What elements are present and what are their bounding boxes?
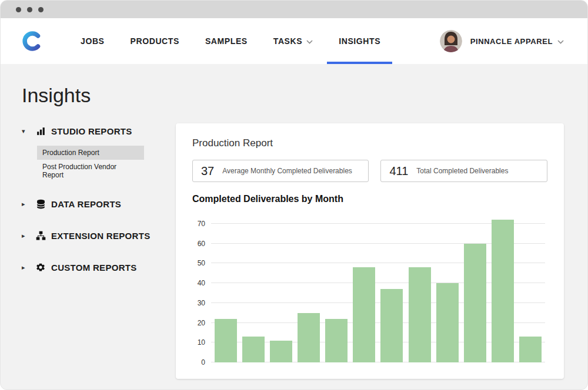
nav-item-label: INSIGHTS [339,36,380,46]
y-tick-label: 50 [198,259,205,267]
sidebar-section-label: STUDIO REPORTS [51,126,132,136]
bar [380,289,403,362]
y-tick-label: 70 [198,220,205,228]
window-control-dot[interactable] [27,7,32,12]
stat-total-completed: 411 Total Completed Deliverables [380,160,547,182]
bar-chart-icon [35,126,46,136]
sidebar-section-extension-reports[interactable]: ▸ EXTENSION REPORTS [22,228,176,243]
nav-item-insights[interactable]: INSIGHTS [339,18,380,64]
bar-chart: 010203040506070 [192,214,545,362]
y-tick-label: 30 [198,299,205,307]
y-tick-label: 40 [198,279,205,287]
stats-row: 37 Average Monthly Completed Deliverable… [192,160,547,182]
nav-item-jobs[interactable]: JOBS [81,18,105,64]
y-tick-label: 10 [198,338,205,347]
report-card: Production Report 37 Average Monthly Com… [176,123,564,379]
nav-items: JOBS PRODUCTS SAMPLES TASKS INSIGHTS [81,18,380,64]
bar [436,283,459,362]
reports-sidebar: ▾ STUDIO REPORTS Production Report Post … [22,123,176,291]
chevron-down-icon [306,36,313,46]
stat-value: 411 [389,164,408,178]
page-title: Insights [22,84,587,107]
bar [464,244,486,362]
stat-avg-monthly-completed: 37 Average Monthly Completed Deliverable… [192,160,369,182]
bar [325,319,348,362]
nav-item-label: SAMPLES [205,36,248,46]
chart-title: Completed Deliverables by Month [192,194,547,204]
sidebar-item-production-report[interactable]: Production Report [37,146,144,160]
bar [353,267,375,362]
chart-y-axis: 010203040506070 [192,214,211,362]
avatar [440,30,462,52]
bar [270,341,292,362]
account-menu[interactable]: PINNACLE APPAREL [440,30,564,52]
caret-right-icon: ▸ [22,200,30,208]
sidebar-section-custom-reports[interactable]: ▸ CUSTOM REPORTS [22,260,176,275]
caret-down-icon: ▾ [22,127,30,135]
sidebar-section-label: DATA REPORTS [51,199,121,209]
y-tick-label: 60 [198,240,205,248]
page-content: Insights ▾ STUDIO REPORTS Pr [1,64,587,379]
brand-logo[interactable] [22,31,43,52]
stat-value: 37 [201,164,214,178]
bars [211,214,545,362]
window-titlebar [1,1,587,18]
account-name: PINNACLE APPAREL [470,37,564,46]
chart-plot [211,214,545,362]
sidebar-section-studio-reports[interactable]: ▾ STUDIO REPORTS [22,123,176,139]
bar [492,220,514,362]
bar [242,337,265,362]
window-control-dot[interactable] [16,7,21,12]
caret-right-icon: ▸ [22,264,30,271]
nav-item-label: TASKS [273,36,302,46]
app-window: JOBS PRODUCTS SAMPLES TASKS INSIGHTS [0,0,588,390]
sidebar-item-post-production-vendor-report[interactable]: Post Production Vendor Report [37,160,144,182]
nav-item-label: PRODUCTS [131,36,179,46]
nav-item-tasks[interactable]: TASKS [273,18,313,64]
sitemap-icon [35,231,46,241]
report-title: Production Report [192,137,547,149]
gear-icon [35,262,46,273]
bar [298,313,320,362]
nav-item-products[interactable]: PRODUCTS [131,18,179,64]
chevron-down-icon [557,37,564,46]
bar [215,319,237,362]
account-name-label: PINNACLE APPAREL [470,37,553,46]
stat-label: Average Monthly Completed Deliverables [222,167,352,175]
bar [409,267,431,362]
caret-right-icon: ▸ [22,232,30,240]
sidebar-section-label: CUSTOM REPORTS [51,263,137,273]
window-control-dot[interactable] [38,7,44,12]
sidebar-section-data-reports[interactable]: ▸ DATA REPORTS [22,196,176,211]
database-icon [35,199,46,209]
top-nav: JOBS PRODUCTS SAMPLES TASKS INSIGHTS [1,18,587,64]
y-tick-label: 0 [201,358,205,367]
sidebar-section-label: EXTENSION REPORTS [51,231,150,241]
stat-label: Total Completed Deliverables [416,167,508,175]
studio-reports-items: Production Report Post Production Vendor… [37,146,176,182]
nav-item-samples[interactable]: SAMPLES [205,18,248,64]
nav-item-label: JOBS [81,36,105,46]
y-tick-label: 20 [198,319,205,327]
bar [519,337,542,362]
